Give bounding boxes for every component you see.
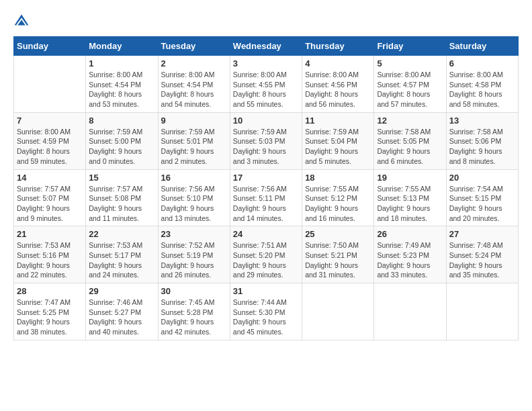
day-number: 5: [377, 58, 443, 68]
calendar-cell: 11Sunrise: 7:59 AMSunset: 5:04 PMDayligh…: [302, 112, 374, 169]
day-info: Sunrise: 8:00 AMSunset: 4:55 PMDaylight:…: [233, 70, 299, 109]
calendar-cell: 10Sunrise: 7:59 AMSunset: 5:03 PMDayligh…: [230, 112, 302, 169]
day-info: Sunrise: 7:49 AMSunset: 5:23 PMDaylight:…: [377, 240, 443, 280]
calendar-cell: 12Sunrise: 7:58 AMSunset: 5:05 PMDayligh…: [374, 112, 446, 169]
calendar-table: SundayMondayTuesdayWednesdayThursdayFrid…: [13, 36, 519, 340]
day-info: Sunrise: 8:00 AMSunset: 4:56 PMDaylight:…: [305, 70, 371, 109]
day-number: 8: [89, 116, 154, 126]
calendar-cell: 2Sunrise: 8:00 AMSunset: 4:54 PMDaylight…: [158, 56, 230, 113]
day-info: Sunrise: 7:54 AMSunset: 5:15 PMDaylight:…: [449, 184, 515, 224]
calendar-cell: 28Sunrise: 7:47 AMSunset: 5:25 PMDayligh…: [14, 283, 86, 340]
calendar-cell: 18Sunrise: 7:55 AMSunset: 5:12 PMDayligh…: [302, 169, 374, 226]
calendar-cell: 24Sunrise: 7:51 AMSunset: 5:20 PMDayligh…: [230, 226, 302, 283]
calendar-cell: 17Sunrise: 7:56 AMSunset: 5:11 PMDayligh…: [230, 169, 302, 226]
day-number: 12: [377, 116, 443, 126]
day-number: 2: [161, 58, 227, 68]
day-number: 26: [377, 229, 443, 239]
calendar-header: SundayMondayTuesdayWednesdayThursdayFrid…: [14, 37, 519, 56]
day-number: 17: [233, 173, 299, 183]
day-number: 9: [161, 116, 227, 126]
day-number: 18: [305, 173, 371, 183]
calendar-week-row: 21Sunrise: 7:53 AMSunset: 5:16 PMDayligh…: [14, 226, 519, 283]
weekday-header: Friday: [374, 37, 446, 56]
day-info: Sunrise: 7:53 AMSunset: 5:17 PMDaylight:…: [89, 240, 154, 280]
day-number: 21: [17, 229, 83, 239]
day-info: Sunrise: 7:59 AMSunset: 5:03 PMDaylight:…: [233, 127, 299, 167]
calendar-cell: [302, 283, 374, 340]
calendar-cell: 14Sunrise: 7:57 AMSunset: 5:07 PMDayligh…: [14, 169, 86, 226]
day-info: Sunrise: 7:59 AMSunset: 5:01 PMDaylight:…: [161, 127, 227, 167]
calendar-cell: 20Sunrise: 7:54 AMSunset: 5:15 PMDayligh…: [446, 169, 518, 226]
day-number: 20: [449, 173, 515, 183]
day-info: Sunrise: 7:59 AMSunset: 5:00 PMDaylight:…: [89, 127, 154, 167]
calendar-cell: 3Sunrise: 8:00 AMSunset: 4:55 PMDaylight…: [230, 56, 302, 113]
day-number: 23: [161, 229, 227, 239]
calendar-cell: 4Sunrise: 8:00 AMSunset: 4:56 PMDaylight…: [302, 56, 374, 113]
day-info: Sunrise: 7:58 AMSunset: 5:06 PMDaylight:…: [449, 127, 515, 167]
day-number: 29: [89, 286, 154, 296]
day-number: 11: [305, 116, 371, 126]
calendar-cell: 27Sunrise: 7:48 AMSunset: 5:24 PMDayligh…: [446, 226, 518, 283]
calendar-cell: 8Sunrise: 7:59 AMSunset: 5:00 PMDaylight…: [86, 112, 158, 169]
calendar-cell: 22Sunrise: 7:53 AMSunset: 5:17 PMDayligh…: [86, 226, 158, 283]
calendar-cell: 15Sunrise: 7:57 AMSunset: 5:08 PMDayligh…: [86, 169, 158, 226]
calendar-week-row: 1Sunrise: 8:00 AMSunset: 4:54 PMDaylight…: [14, 56, 519, 113]
day-info: Sunrise: 7:55 AMSunset: 5:13 PMDaylight:…: [377, 184, 443, 224]
day-info: Sunrise: 7:51 AMSunset: 5:20 PMDaylight:…: [233, 240, 299, 280]
day-info: Sunrise: 7:50 AMSunset: 5:21 PMDaylight:…: [305, 240, 371, 280]
day-number: 19: [377, 173, 443, 183]
weekday-header: Tuesday: [158, 37, 230, 56]
calendar-cell: 7Sunrise: 8:00 AMSunset: 4:59 PMDaylight…: [14, 112, 86, 169]
calendar-cell: 26Sunrise: 7:49 AMSunset: 5:23 PMDayligh…: [374, 226, 446, 283]
day-number: 16: [161, 173, 227, 183]
weekday-header: Monday: [86, 37, 158, 56]
day-info: Sunrise: 7:56 AMSunset: 5:10 PMDaylight:…: [161, 184, 227, 224]
day-info: Sunrise: 8:00 AMSunset: 4:54 PMDaylight:…: [89, 70, 154, 109]
day-info: Sunrise: 7:44 AMSunset: 5:30 PMDaylight:…: [233, 298, 299, 337]
weekday-header: Sunday: [14, 37, 86, 56]
day-info: Sunrise: 7:46 AMSunset: 5:27 PMDaylight:…: [89, 298, 154, 337]
calendar-body: 1Sunrise: 8:00 AMSunset: 4:54 PMDaylight…: [14, 56, 519, 340]
day-number: 25: [305, 229, 371, 239]
day-number: 14: [17, 173, 83, 183]
day-info: Sunrise: 8:00 AMSunset: 4:57 PMDaylight:…: [377, 70, 443, 109]
day-number: 30: [161, 286, 227, 296]
day-number: 24: [233, 229, 299, 239]
day-info: Sunrise: 7:55 AMSunset: 5:12 PMDaylight:…: [305, 184, 371, 224]
day-info: Sunrise: 7:59 AMSunset: 5:04 PMDaylight:…: [305, 127, 371, 167]
calendar-cell: 30Sunrise: 7:45 AMSunset: 5:28 PMDayligh…: [158, 283, 230, 340]
calendar-cell: 5Sunrise: 8:00 AMSunset: 4:57 PMDaylight…: [374, 56, 446, 113]
calendar-cell: 16Sunrise: 7:56 AMSunset: 5:10 PMDayligh…: [158, 169, 230, 226]
calendar-cell: 25Sunrise: 7:50 AMSunset: 5:21 PMDayligh…: [302, 226, 374, 283]
weekday-header: Wednesday: [230, 37, 302, 56]
calendar-cell: [374, 283, 446, 340]
calendar-cell: [14, 56, 86, 113]
weekday-header: Saturday: [446, 37, 518, 56]
day-info: Sunrise: 8:00 AMSunset: 4:58 PMDaylight:…: [449, 70, 515, 109]
calendar-cell: 13Sunrise: 7:58 AMSunset: 5:06 PMDayligh…: [446, 112, 518, 169]
calendar-cell: 23Sunrise: 7:52 AMSunset: 5:19 PMDayligh…: [158, 226, 230, 283]
weekday-header: Thursday: [302, 37, 374, 56]
day-info: Sunrise: 7:58 AMSunset: 5:05 PMDaylight:…: [377, 127, 443, 167]
day-number: 4: [305, 58, 371, 68]
day-number: 13: [449, 116, 515, 126]
day-number: 3: [233, 58, 299, 68]
day-info: Sunrise: 7:57 AMSunset: 5:08 PMDaylight:…: [89, 184, 154, 224]
page-header: [13, 13, 519, 30]
logo: [13, 13, 32, 30]
calendar-cell: 21Sunrise: 7:53 AMSunset: 5:16 PMDayligh…: [14, 226, 86, 283]
day-info: Sunrise: 7:57 AMSunset: 5:07 PMDaylight:…: [17, 184, 83, 224]
day-number: 10: [233, 116, 299, 126]
calendar-cell: 19Sunrise: 7:55 AMSunset: 5:13 PMDayligh…: [374, 169, 446, 226]
day-number: 28: [17, 286, 83, 296]
day-info: Sunrise: 8:00 AMSunset: 4:54 PMDaylight:…: [161, 70, 227, 109]
calendar-cell: 31Sunrise: 7:44 AMSunset: 5:30 PMDayligh…: [230, 283, 302, 340]
calendar-cell: [446, 283, 518, 340]
day-info: Sunrise: 7:52 AMSunset: 5:19 PMDaylight:…: [161, 240, 227, 280]
calendar-week-row: 28Sunrise: 7:47 AMSunset: 5:25 PMDayligh…: [14, 283, 519, 340]
calendar-cell: 6Sunrise: 8:00 AMSunset: 4:58 PMDaylight…: [446, 56, 518, 113]
day-info: Sunrise: 7:47 AMSunset: 5:25 PMDaylight:…: [17, 298, 83, 337]
day-number: 31: [233, 286, 299, 296]
day-number: 7: [17, 116, 83, 126]
day-number: 6: [449, 58, 515, 68]
